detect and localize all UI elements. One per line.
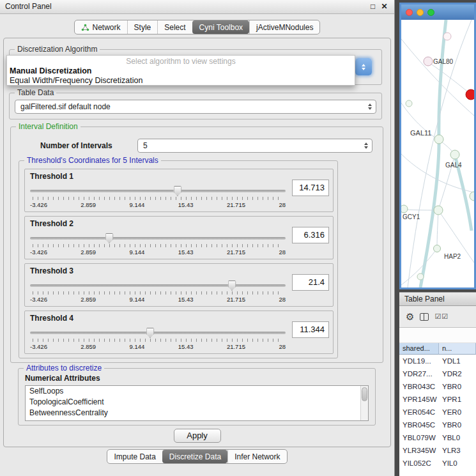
thresholds-group-title: Threshold's Coordinates for 5 Intervals xyxy=(24,156,161,165)
network-node[interactable] xyxy=(417,273,424,280)
minimize-button[interactable] xyxy=(417,9,424,16)
table-row[interactable]: YIL052CYIL0 xyxy=(399,457,476,470)
tick-label: 9.144 xyxy=(130,296,145,303)
cell-shared-name: YBR045C xyxy=(399,418,439,431)
number-of-intervals-label: Number of Intervals xyxy=(40,141,112,150)
tab-network[interactable]: Network xyxy=(75,20,127,34)
control-panel-title: Control Panel xyxy=(5,2,52,11)
table-row[interactable]: YBL079WYBL0 xyxy=(399,431,476,444)
cell-name: YLR3 xyxy=(439,444,476,457)
node-label-gal4: GAL4 xyxy=(445,162,462,169)
cell-shared-name: YIL052C xyxy=(399,457,439,470)
slider-thumb[interactable] xyxy=(146,328,155,338)
network-node[interactable] xyxy=(450,150,459,159)
table-data-combo[interactable]: galFiltered.sif default node xyxy=(15,100,376,114)
tab-style[interactable]: Style xyxy=(127,20,158,34)
table-row[interactable]: YER054CYER0 xyxy=(399,406,476,418)
table-row[interactable]: YBR045CYBR0 xyxy=(399,418,476,431)
table-row[interactable]: YLR345WYLR3 xyxy=(399,444,476,457)
number-of-intervals-combo[interactable]: 5 xyxy=(137,139,372,153)
application-screen: Control Panel □ ✕ Network Sty xyxy=(0,0,476,476)
tab-select[interactable]: Select xyxy=(157,20,192,34)
list-scrollbar[interactable] xyxy=(360,386,368,420)
node-label-gal11: GAL11 xyxy=(410,129,431,137)
network-node[interactable] xyxy=(443,33,451,40)
threshold-4-value-field[interactable]: 11.344 xyxy=(292,321,329,338)
control-panel-titlebar: Control Panel □ ✕ xyxy=(0,0,394,14)
bottom-tab-bar: Impute Data Discretize Data Infer Networ… xyxy=(107,449,287,464)
stepper-down-icon xyxy=(362,68,365,70)
restore-window-icon[interactable]: □ xyxy=(368,2,378,12)
tick-label: 15.43 xyxy=(178,343,194,350)
algorithm-combo-stepper[interactable] xyxy=(355,58,372,75)
algorithm-dropdown-popup: Select algorithm to view settings Manual… xyxy=(6,55,355,86)
slider-thumb[interactable] xyxy=(105,233,114,243)
slider-track[interactable] xyxy=(30,332,286,334)
network-node[interactable] xyxy=(434,135,443,144)
tab-cyni-toolbox[interactable]: Cyni Toolbox xyxy=(192,20,249,34)
network-node[interactable] xyxy=(434,206,443,215)
interval-definition-group: Interval Definition Number of Intervals … xyxy=(10,127,383,363)
slider-track[interactable] xyxy=(30,284,286,287)
tick-label: 28 xyxy=(279,249,286,256)
threshold-2-value-field[interactable]: 6.316 xyxy=(292,227,329,243)
list-item[interactable]: TopologicalCoefficient xyxy=(26,397,368,408)
tab-discretize-data[interactable]: Discretize Data xyxy=(162,450,227,463)
close-button[interactable] xyxy=(406,9,413,16)
column-header-name[interactable]: n... xyxy=(439,343,476,355)
threshold-3-value-field[interactable]: 21.4 xyxy=(292,274,329,291)
table-row[interactable]: YDR27...YDR2 xyxy=(399,367,476,380)
table-row[interactable]: YBR043CYBR0 xyxy=(399,380,476,393)
list-scrollbar-thumb[interactable] xyxy=(362,387,367,401)
tick-label: 15.43 xyxy=(178,201,194,208)
network-node[interactable] xyxy=(434,245,441,252)
network-node[interactable] xyxy=(424,57,433,66)
show-columns-icon[interactable] xyxy=(420,313,429,321)
network-canvas[interactable]: GAL80 GAL11 GAL4 GCY1 HAP2 xyxy=(401,20,474,288)
threshold-3-slider[interactable]: -3.4262.8599.14415.4321.71528 xyxy=(30,279,286,305)
settings-gear-icon[interactable]: ⚙ xyxy=(406,312,414,321)
table-row[interactable]: YDL19...YDL1 xyxy=(399,355,476,367)
slider-tick-labels: -3.4262.8599.14415.4321.71528 xyxy=(30,249,286,256)
slider-thumb[interactable] xyxy=(228,280,236,291)
list-item[interactable]: BetweennessCentrality xyxy=(26,408,368,418)
algorithm-option-manual[interactable]: Manual Discretization xyxy=(7,66,355,76)
algorithm-option-equal-width[interactable]: Equal Width/Frequency Discretization xyxy=(7,76,355,86)
threshold-1-slider[interactable]: -3.4262.8599.14415.4321.71528 xyxy=(30,185,286,210)
cell-name: YBL0 xyxy=(439,431,476,444)
tick-label: 21.715 xyxy=(227,201,245,208)
apply-button[interactable]: Apply xyxy=(174,429,221,443)
interval-definition-group-title: Interval Definition xyxy=(16,122,81,131)
network-node[interactable] xyxy=(401,205,408,213)
tick-label: 2.859 xyxy=(81,201,96,208)
tick-label: 15.43 xyxy=(178,296,194,303)
network-node[interactable] xyxy=(470,192,474,201)
cell-name: YDL1 xyxy=(439,355,476,367)
slider-thumb[interactable] xyxy=(173,186,181,196)
network-view-window: GAL80 GAL11 GAL4 GCY1 HAP2 xyxy=(399,3,476,289)
network-window-titlebar[interactable] xyxy=(401,4,474,20)
select-columns-icon[interactable]: ☑☑ xyxy=(434,312,449,321)
tab-infer-network[interactable]: Infer Network xyxy=(227,450,286,463)
threshold-4-label: Threshold 4 xyxy=(30,314,73,323)
table-row[interactable]: YPR145WYPR1 xyxy=(399,393,476,406)
combo-stepper-icon xyxy=(364,142,368,149)
column-header-shared-name[interactable]: shared... xyxy=(399,343,439,355)
network-graph: GAL80 GAL11 GAL4 GCY1 HAP2 xyxy=(401,20,474,288)
tab-impute-data[interactable]: Impute Data xyxy=(107,450,162,463)
slider-track[interactable] xyxy=(30,237,286,240)
cell-shared-name: YPR145W xyxy=(399,393,439,406)
zoom-button[interactable] xyxy=(427,9,434,16)
close-window-icon[interactable]: ✕ xyxy=(380,2,389,12)
network-node-selected[interactable] xyxy=(466,89,474,100)
slider-tick-labels: -3.4262.8599.14415.4321.71528 xyxy=(30,343,286,350)
tab-jactivemnodules[interactable]: jActiveMNodules xyxy=(249,20,319,34)
network-node[interactable] xyxy=(406,100,412,107)
slider-track[interactable] xyxy=(30,190,286,192)
slider-ticks xyxy=(33,291,283,295)
threshold-4-slider[interactable]: -3.4262.8599.14415.4321.71528 xyxy=(30,326,286,352)
list-item[interactable]: SelfLoops xyxy=(26,386,368,397)
threshold-2-slider[interactable]: -3.4262.8599.14415.4321.71528 xyxy=(30,232,286,257)
threshold-1-value-field[interactable]: 14.713 xyxy=(292,180,329,196)
cell-name: YIL0 xyxy=(439,457,476,470)
